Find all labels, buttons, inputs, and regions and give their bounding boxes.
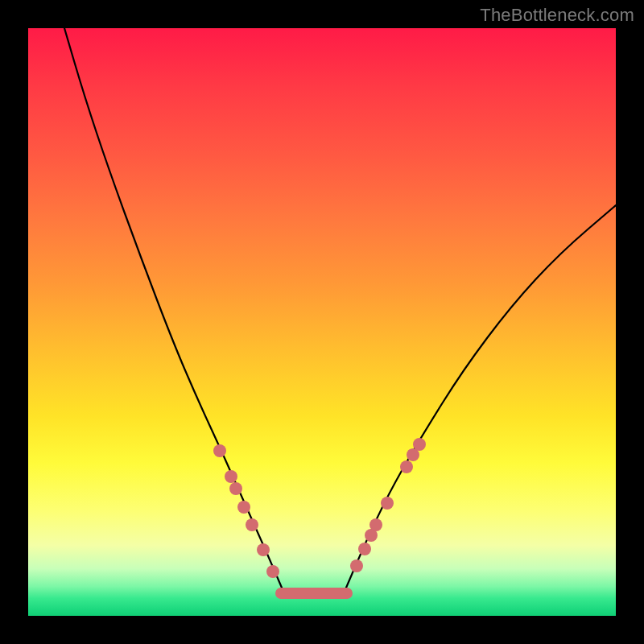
highlight-dot bbox=[350, 559, 363, 572]
chart-stage: TheBottleneck.com bbox=[0, 0, 644, 644]
highlight-dot bbox=[400, 460, 413, 473]
highlight-dot bbox=[246, 518, 258, 531]
highlight-dot bbox=[358, 543, 371, 555]
highlight-dot bbox=[237, 501, 250, 514]
highlight-dot bbox=[413, 438, 426, 451]
highlight-dot bbox=[229, 482, 242, 495]
highlight-dots-group bbox=[213, 438, 426, 578]
right-branch-line bbox=[346, 205, 616, 588]
watermark-text: TheBottleneck.com bbox=[480, 5, 634, 26]
curve-layer bbox=[28, 28, 616, 616]
highlight-dot bbox=[225, 470, 237, 483]
highlight-dot bbox=[257, 543, 270, 556]
plot-area bbox=[28, 28, 616, 616]
highlight-dot bbox=[369, 518, 382, 531]
highlight-dot bbox=[213, 444, 226, 457]
highlight-dot bbox=[266, 565, 279, 578]
highlight-dot bbox=[381, 497, 394, 510]
